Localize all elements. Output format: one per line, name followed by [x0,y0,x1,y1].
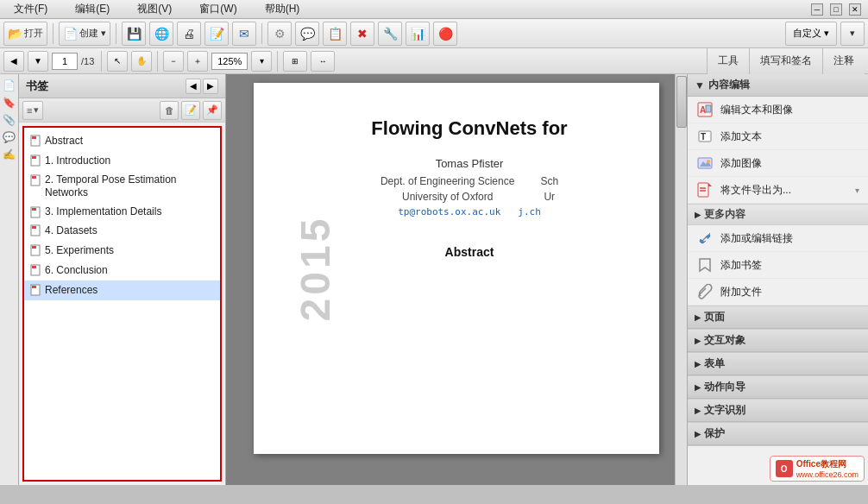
add-image-item[interactable]: 添加图像 [688,150,868,177]
hand-tool[interactable]: ✋ [131,51,152,72]
add-text-item[interactable]: T 添加文本 [688,123,868,150]
annotate-button[interactable]: 📝 [204,22,229,46]
pdf-scrollbar[interactable] [675,74,687,485]
add-link-item[interactable]: 添加或编辑链接 [688,225,868,252]
bookmark-delete-button[interactable]: 🗑 [160,101,179,120]
bookmark-edit-button[interactable]: 📝 [181,101,200,120]
protect-section-header[interactable]: ▶ 保护 [688,423,868,445]
ocr-section-header[interactable]: ▶ 文字识别 [688,400,868,422]
more-triangle-icon: ▶ [695,211,701,219]
panel-collapse-button[interactable]: ◀ [186,79,201,94]
sidebar-attach-icon[interactable]: 📎 [2,112,17,128]
bookmark-flag-icon [29,135,41,147]
bookmark-item-temporal[interactable]: 2. Temporal Pose Estimation Networks [24,171,220,203]
save-button[interactable]: 💾 [122,22,146,46]
bookmark-item-exp[interactable]: 5. Experiments [24,241,220,261]
add-text-icon: T [696,128,714,145]
sidebar-bookmark-icon[interactable]: 🔖 [2,95,17,110]
maximize-button[interactable]: □ [830,3,842,16]
bookmark-label-exp: 5. Experiments [45,243,114,258]
page-section-title: 页面 [704,310,725,324]
print-button[interactable]: 🖨 [177,22,201,46]
toolbar-options-button[interactable]: ▾ [840,22,865,46]
toolbar2-tabs: 工具 填写和签名 注释 [707,48,865,74]
tab-tools[interactable]: 工具 [707,48,749,74]
tab-fillsign[interactable]: 填写和签名 [749,48,822,74]
menu-file[interactable]: 文件(F) [7,0,54,18]
menu-window[interactable]: 窗口(W) [192,0,243,18]
ocr-triangle-icon: ▶ [695,406,701,415]
page-input[interactable] [52,53,78,70]
svg-rect-11 [32,246,36,249]
separator1 [53,23,53,44]
form-button[interactable]: 📋 [323,22,347,46]
page-section-header[interactable]: ▶ 页面 [688,306,868,329]
export-item[interactable]: 将文件导出为... ▾ [688,177,868,204]
bookmark-add-button[interactable]: 📌 [203,101,222,120]
edit-text-image-item[interactable]: A 编辑文本和图像 [688,97,868,123]
sidebar-sign-icon[interactable]: ✍ [2,147,17,162]
page-total: /13 [81,56,94,66]
form-triangle-icon: ▶ [695,360,701,369]
menu-help[interactable]: 帮助(H) [258,0,307,18]
fit-width-button[interactable]: ↔ [311,51,335,72]
action-section-header[interactable]: ▶ 动作向导 [688,376,868,399]
svg-rect-13 [32,266,36,268]
panel-expand-button[interactable]: ▶ [203,79,218,94]
content-edit-header[interactable]: ▼ 内容编辑 [688,74,868,97]
email-button[interactable]: ✉ [232,22,256,46]
customize-button[interactable]: 自定义 ▾ [785,22,837,46]
panel-view-dropdown[interactable]: ≡▾ [22,101,43,120]
reject-button[interactable]: ✖ [350,22,374,46]
toolbar2: ◀ ▼ /13 ↖ ✋ － ＋ ▾ ⊞ ↔ 工具 填写和签名 注释 [0,48,868,74]
sidebar-page-icon[interactable]: 📄 [2,78,17,93]
settings-button[interactable]: ⚙ [267,22,292,46]
attach-file-item[interactable]: 附加文件 [688,279,868,306]
separator6 [277,51,278,72]
tab-comment[interactable]: 注释 [822,48,865,74]
share-button[interactable]: 🌐 [149,22,173,46]
minimize-button[interactable]: ─ [811,3,823,16]
open-button[interactable]: 📂 打开 [3,22,47,46]
tools-button1[interactable]: 🔧 [378,22,402,46]
open-label: 打开 [24,27,43,40]
form-section-header[interactable]: ▶ 表单 [688,353,868,375]
close-button[interactable]: ✕ [849,3,861,16]
create-button[interactable]: 📄 创建 ▾ [59,22,110,46]
bookmark-list: Abstract 1. Introduction 2. Temporal Pos… [22,126,222,482]
bookmark-item-datasets[interactable]: 4. Datasets [24,221,220,241]
fit-page-button[interactable]: ⊞ [283,51,307,72]
select-tool[interactable]: ↖ [107,51,128,72]
zoom-out-button[interactable]: － [163,51,184,72]
export-dropdown-icon[interactable]: ▾ [855,186,859,195]
back-button[interactable]: ◀ [3,51,24,72]
bookmark-item-impl[interactable]: 3. Implementation Details [24,203,220,222]
bookmark-item-conclusion[interactable]: 6. Conclusion [24,261,220,280]
comment-button[interactable]: 💬 [295,22,319,46]
bookmark-item-refs[interactable]: References [24,280,220,300]
link-icon [696,230,714,247]
zoom-dropdown[interactable]: ▾ [251,51,272,72]
svg-rect-24 [698,183,708,197]
more-content-header[interactable]: ▶ 更多内容 [688,205,868,225]
tools-button3[interactable]: 🔴 [433,22,457,46]
ocr-section: ▶ 文字识别 [688,400,868,423]
forward-button[interactable]: ▼ [28,51,48,72]
tools-button2[interactable]: 📊 [406,22,430,46]
interactive-section-header[interactable]: ▶ 交互对象 [688,330,868,352]
zoom-in-button[interactable]: ＋ [187,51,208,72]
add-bookmark-item[interactable]: 添加书签 [688,252,868,279]
pdf-abstract-title: Abstract [314,245,625,259]
menu-edit[interactable]: 编辑(E) [68,0,116,18]
menu-view[interactable]: 视图(V) [130,0,179,18]
add-bookmark-label: 添加书签 [720,258,762,273]
bookmark-item-intro[interactable]: 1. Introduction [24,151,220,171]
bookmark-item-abstract[interactable]: Abstract [24,131,220,151]
svg-rect-18 [706,105,711,112]
pdf-affil1: Dept. of Engineering Science [381,175,514,187]
sidebar-comment-icon[interactable]: 💬 [2,129,17,145]
zoom-input[interactable] [211,53,248,70]
pdf-email2: j.ch [518,206,541,217]
pdf-year: 2015 [292,216,339,322]
pdf-scroll-thumb[interactable] [676,76,687,128]
